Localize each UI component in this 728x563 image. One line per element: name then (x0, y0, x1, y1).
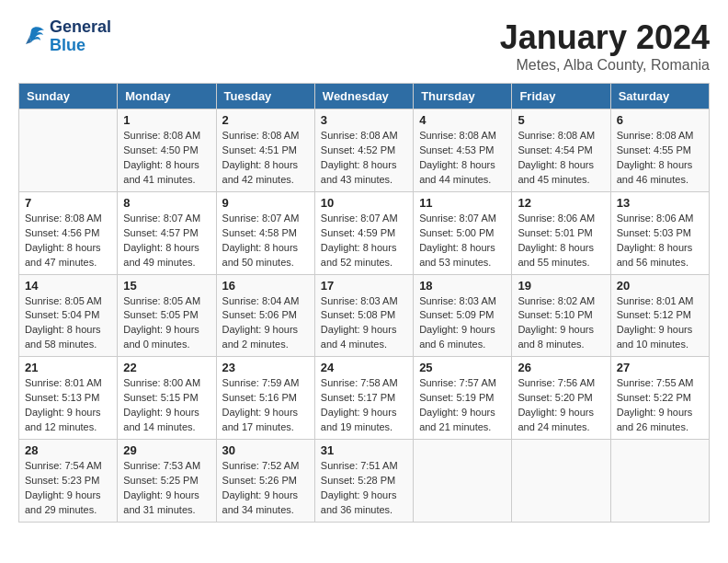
weekday-header: Sunday (19, 84, 118, 109)
day-info: Sunrise: 8:07 AM Sunset: 4:58 PM Dayligh… (222, 212, 309, 270)
logo-icon (18, 24, 46, 50)
day-number: 6 (617, 113, 703, 127)
calendar-cell: 28Sunrise: 7:54 AM Sunset: 5:23 PM Dayli… (19, 440, 118, 523)
day-info: Sunrise: 8:07 AM Sunset: 5:00 PM Dayligh… (419, 212, 506, 270)
day-number: 8 (123, 196, 210, 210)
calendar-cell: 22Sunrise: 8:00 AM Sunset: 5:15 PM Dayli… (118, 357, 216, 440)
calendar-cell: 17Sunrise: 8:03 AM Sunset: 5:08 PM Dayli… (314, 274, 413, 357)
day-info: Sunrise: 8:07 AM Sunset: 4:57 PM Dayligh… (123, 212, 210, 270)
calendar-week-row: 7Sunrise: 8:08 AM Sunset: 4:56 PM Daylig… (19, 191, 710, 274)
calendar-cell: 24Sunrise: 7:58 AM Sunset: 5:17 PM Dayli… (314, 357, 413, 440)
day-number: 14 (25, 279, 111, 293)
day-number: 15 (123, 279, 210, 293)
day-number: 22 (123, 361, 210, 374)
day-info: Sunrise: 7:51 AM Sunset: 5:28 PM Dayligh… (321, 459, 407, 518)
day-info: Sunrise: 7:59 AM Sunset: 5:16 PM Dayligh… (222, 376, 309, 435)
weekday-header: Thursday (414, 84, 512, 109)
calendar-week-row: 28Sunrise: 7:54 AM Sunset: 5:23 PM Dayli… (19, 440, 710, 523)
calendar-cell: 25Sunrise: 7:57 AM Sunset: 5:19 PM Dayli… (414, 357, 512, 440)
day-number: 19 (518, 279, 604, 293)
day-number: 12 (518, 196, 604, 210)
weekday-header: Friday (512, 84, 610, 109)
calendar-cell: 15Sunrise: 8:05 AM Sunset: 5:05 PM Dayli… (118, 274, 216, 357)
calendar-cell: 1Sunrise: 8:08 AM Sunset: 4:50 PM Daylig… (118, 109, 216, 192)
day-number: 5 (518, 113, 604, 127)
day-info: Sunrise: 8:05 AM Sunset: 5:04 PM Dayligh… (25, 294, 111, 353)
calendar-cell: 12Sunrise: 8:06 AM Sunset: 5:01 PM Dayli… (512, 191, 610, 274)
calendar-cell: 27Sunrise: 7:55 AM Sunset: 5:22 PM Dayli… (610, 357, 709, 440)
calendar-cell: 5Sunrise: 8:08 AM Sunset: 4:54 PM Daylig… (512, 109, 610, 192)
calendar-table: SundayMondayTuesdayWednesdayThursdayFrid… (18, 83, 710, 523)
calendar-cell: 30Sunrise: 7:52 AM Sunset: 5:26 PM Dayli… (216, 440, 314, 523)
day-number: 28 (25, 443, 111, 457)
day-number: 24 (321, 361, 407, 374)
calendar-cell: 11Sunrise: 8:07 AM Sunset: 5:00 PM Dayli… (414, 191, 512, 274)
day-info: Sunrise: 8:08 AM Sunset: 4:51 PM Dayligh… (222, 129, 309, 188)
weekday-header: Wednesday (314, 84, 413, 109)
day-number: 2 (222, 113, 309, 127)
day-number: 25 (419, 361, 506, 374)
calendar-cell: 7Sunrise: 8:08 AM Sunset: 4:56 PM Daylig… (19, 191, 118, 274)
day-info: Sunrise: 7:53 AM Sunset: 5:25 PM Dayligh… (123, 459, 210, 518)
day-info: Sunrise: 8:08 AM Sunset: 4:53 PM Dayligh… (419, 129, 506, 188)
day-info: Sunrise: 7:56 AM Sunset: 5:20 PM Dayligh… (518, 376, 604, 435)
day-number: 31 (321, 443, 407, 457)
calendar-week-row: 1Sunrise: 8:08 AM Sunset: 4:50 PM Daylig… (19, 109, 710, 192)
day-info: Sunrise: 8:08 AM Sunset: 4:52 PM Dayligh… (321, 129, 407, 188)
calendar-cell (19, 109, 118, 192)
calendar-subtitle: Metes, Alba County, Romania (500, 57, 710, 74)
day-info: Sunrise: 7:54 AM Sunset: 5:23 PM Dayligh… (25, 459, 111, 518)
logo-text-line2: Blue (50, 37, 111, 55)
day-number: 7 (25, 196, 111, 210)
day-number: 10 (321, 196, 407, 210)
calendar-title: January 2024 (500, 18, 710, 57)
day-info: Sunrise: 7:57 AM Sunset: 5:19 PM Dayligh… (419, 376, 506, 435)
weekday-header-row: SundayMondayTuesdayWednesdayThursdayFrid… (19, 84, 710, 109)
page-header: General Blue January 2024 Metes, Alba Co… (18, 18, 710, 74)
day-info: Sunrise: 8:01 AM Sunset: 5:12 PM Dayligh… (617, 294, 703, 353)
day-info: Sunrise: 8:04 AM Sunset: 5:06 PM Dayligh… (222, 294, 309, 353)
calendar-cell: 26Sunrise: 7:56 AM Sunset: 5:20 PM Dayli… (512, 357, 610, 440)
calendar-cell: 29Sunrise: 7:53 AM Sunset: 5:25 PM Dayli… (118, 440, 216, 523)
day-info: Sunrise: 8:00 AM Sunset: 5:15 PM Dayligh… (123, 376, 210, 435)
calendar-cell: 13Sunrise: 8:06 AM Sunset: 5:03 PM Dayli… (610, 191, 709, 274)
calendar-cell: 20Sunrise: 8:01 AM Sunset: 5:12 PM Dayli… (610, 274, 709, 357)
day-number: 18 (419, 279, 506, 293)
day-info: Sunrise: 8:08 AM Sunset: 4:54 PM Dayligh… (518, 129, 604, 188)
day-info: Sunrise: 8:08 AM Sunset: 4:55 PM Dayligh… (617, 129, 703, 188)
day-number: 11 (419, 196, 506, 210)
calendar-cell (610, 440, 709, 523)
day-info: Sunrise: 8:02 AM Sunset: 5:10 PM Dayligh… (518, 294, 604, 353)
day-info: Sunrise: 8:03 AM Sunset: 5:08 PM Dayligh… (321, 294, 407, 353)
day-number: 3 (321, 113, 407, 127)
day-info: Sunrise: 8:08 AM Sunset: 4:56 PM Dayligh… (25, 212, 111, 270)
day-info: Sunrise: 7:58 AM Sunset: 5:17 PM Dayligh… (321, 376, 407, 435)
day-info: Sunrise: 8:01 AM Sunset: 5:13 PM Dayligh… (25, 376, 111, 435)
logo: General Blue (18, 18, 111, 55)
calendar-cell: 8Sunrise: 8:07 AM Sunset: 4:57 PM Daylig… (118, 191, 216, 274)
calendar-week-row: 14Sunrise: 8:05 AM Sunset: 5:04 PM Dayli… (19, 274, 710, 357)
day-number: 17 (321, 279, 407, 293)
calendar-cell: 6Sunrise: 8:08 AM Sunset: 4:55 PM Daylig… (610, 109, 709, 192)
weekday-header: Saturday (610, 84, 709, 109)
calendar-cell: 31Sunrise: 7:51 AM Sunset: 5:28 PM Dayli… (314, 440, 413, 523)
calendar-cell: 18Sunrise: 8:03 AM Sunset: 5:09 PM Dayli… (414, 274, 512, 357)
day-info: Sunrise: 8:05 AM Sunset: 5:05 PM Dayligh… (123, 294, 210, 353)
day-number: 13 (617, 196, 703, 210)
calendar-cell: 10Sunrise: 8:07 AM Sunset: 4:59 PM Dayli… (314, 191, 413, 274)
day-info: Sunrise: 8:08 AM Sunset: 4:50 PM Dayligh… (123, 129, 210, 188)
day-number: 20 (617, 279, 703, 293)
day-number: 1 (123, 113, 210, 127)
calendar-cell: 19Sunrise: 8:02 AM Sunset: 5:10 PM Dayli… (512, 274, 610, 357)
calendar-cell (414, 440, 512, 523)
day-number: 16 (222, 279, 309, 293)
day-info: Sunrise: 8:06 AM Sunset: 5:03 PM Dayligh… (617, 212, 703, 270)
day-info: Sunrise: 8:03 AM Sunset: 5:09 PM Dayligh… (419, 294, 506, 353)
calendar-cell: 16Sunrise: 8:04 AM Sunset: 5:06 PM Dayli… (216, 274, 314, 357)
calendar-cell: 4Sunrise: 8:08 AM Sunset: 4:53 PM Daylig… (414, 109, 512, 192)
calendar-cell: 21Sunrise: 8:01 AM Sunset: 5:13 PM Dayli… (19, 357, 118, 440)
day-info: Sunrise: 7:55 AM Sunset: 5:22 PM Dayligh… (617, 376, 703, 435)
day-number: 26 (518, 361, 604, 374)
day-number: 4 (419, 113, 506, 127)
day-number: 23 (222, 361, 309, 374)
